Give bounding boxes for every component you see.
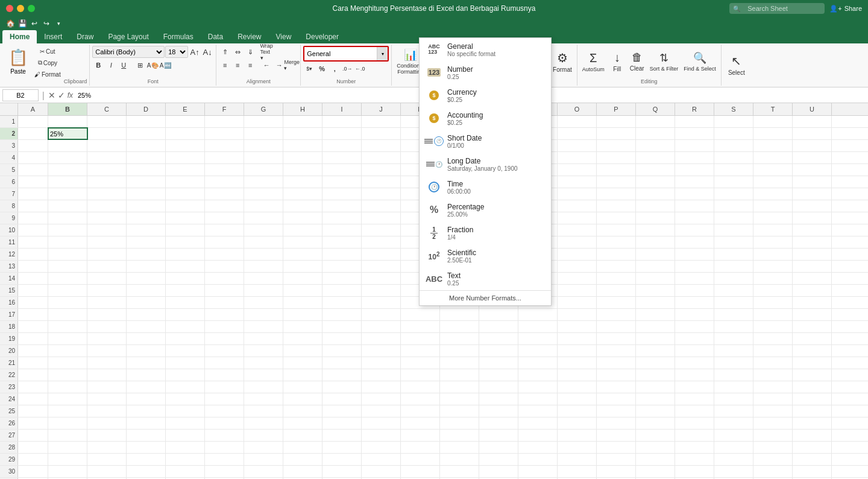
cell-E6[interactable] [166, 176, 205, 188]
cell-C3[interactable] [87, 140, 127, 151]
cell-F25[interactable] [205, 405, 244, 417]
cell-S11[interactable] [714, 236, 753, 248]
cell-S13[interactable] [714, 261, 753, 272]
cell-P13[interactable] [597, 261, 636, 272]
cell-J27[interactable] [362, 430, 401, 441]
cell-B20[interactable] [48, 345, 87, 357]
cell-Q8[interactable] [636, 200, 675, 212]
row-number-6[interactable]: 6 [0, 176, 18, 188]
cell-Q28[interactable] [636, 442, 675, 453]
cell-U8[interactable] [793, 200, 832, 212]
cell-M27[interactable] [479, 430, 518, 441]
cell-S26[interactable] [714, 417, 753, 429]
cell-T26[interactable] [753, 417, 793, 429]
cell-D30[interactable] [127, 466, 166, 477]
cell-O18[interactable] [558, 321, 597, 332]
cell-F24[interactable] [205, 393, 244, 405]
row-number-21[interactable]: 21 [0, 357, 18, 369]
cell-D3[interactable] [127, 140, 166, 151]
select-button[interactable]: ↖ Select [726, 49, 747, 80]
increase-font-size-button[interactable]: A↑ [189, 46, 201, 58]
home-icon[interactable]: 🏠 [5, 18, 16, 29]
tab-developer[interactable]: Developer [298, 30, 346, 43]
cell-O5[interactable] [558, 164, 597, 176]
cell-B3[interactable] [48, 140, 87, 151]
cell-E30[interactable] [166, 466, 205, 477]
cell-M17[interactable] [479, 309, 518, 320]
cell-R1[interactable] [675, 116, 714, 127]
cell-P29[interactable] [597, 454, 636, 465]
cell-I10[interactable] [322, 224, 362, 236]
cell-E21[interactable] [166, 357, 205, 369]
row-number-24[interactable]: 24 [0, 393, 18, 405]
cell-R2[interactable] [675, 128, 714, 139]
cell-P10[interactable] [597, 224, 636, 236]
cell-I26[interactable] [322, 417, 362, 429]
cell-U27[interactable] [793, 430, 832, 441]
cell-D29[interactable] [127, 454, 166, 465]
cell-P19[interactable] [597, 333, 636, 344]
col-header-c[interactable]: C [87, 103, 127, 115]
cell-B4[interactable] [48, 152, 87, 163]
cell-L24[interactable] [440, 393, 479, 405]
cell-P25[interactable] [597, 405, 636, 417]
percent-style-button[interactable]: % [316, 63, 328, 75]
cell-S12[interactable] [714, 249, 753, 260]
cell-H18[interactable] [283, 321, 322, 332]
cell-H11[interactable] [283, 236, 322, 248]
cell-R25[interactable] [675, 405, 714, 417]
row-number-2[interactable]: 2 [0, 128, 18, 139]
cell-Q26[interactable] [636, 417, 675, 429]
cell-A28[interactable] [18, 442, 48, 453]
cell-T8[interactable] [753, 200, 793, 212]
cell-F26[interactable] [205, 417, 244, 429]
cell-L18[interactable] [440, 321, 479, 332]
cell-O1[interactable] [558, 116, 597, 127]
cell-T7[interactable] [753, 188, 793, 200]
cell-H1[interactable] [283, 116, 322, 127]
col-header-r[interactable]: R [675, 103, 714, 115]
cell-A20[interactable] [18, 345, 48, 357]
cell-J2[interactable] [362, 128, 401, 139]
indent-decrease-button[interactable]: ← [260, 59, 272, 71]
cell-R17[interactable] [675, 309, 714, 320]
cell-N24[interactable] [518, 393, 558, 405]
cell-E17[interactable] [166, 309, 205, 320]
indent-increase-button[interactable]: → [273, 59, 285, 71]
cell-N22[interactable] [518, 369, 558, 381]
cell-O26[interactable] [558, 417, 597, 429]
cell-K28[interactable] [401, 442, 440, 453]
cell-J10[interactable] [362, 224, 401, 236]
cell-F9[interactable] [205, 212, 244, 224]
format-short-date[interactable]: 🕐 Short Date 0/1/00 [420, 130, 551, 153]
col-header-t[interactable]: T [753, 103, 793, 115]
cell-E8[interactable] [166, 200, 205, 212]
cell-Q18[interactable] [636, 321, 675, 332]
cell-O3[interactable] [558, 140, 597, 151]
cancel-formula-icon[interactable]: ✕ [48, 90, 55, 100]
cell-B15[interactable] [48, 285, 87, 296]
cell-C2[interactable] [87, 128, 127, 139]
cell-B6[interactable] [48, 176, 87, 188]
cell-A29[interactable] [18, 454, 48, 465]
cell-T30[interactable] [753, 466, 793, 477]
cell-F12[interactable] [205, 249, 244, 260]
cell-G14[interactable] [244, 273, 283, 284]
cell-R13[interactable] [675, 261, 714, 272]
cell-U3[interactable] [793, 140, 832, 151]
cell-K21[interactable] [401, 357, 440, 369]
format-general[interactable]: ABC123 General No specific format [420, 38, 551, 61]
cell-D15[interactable] [127, 285, 166, 296]
cell-I17[interactable] [322, 309, 362, 320]
cell-I21[interactable] [322, 357, 362, 369]
cell-M20[interactable] [479, 345, 518, 357]
format-scientific[interactable]: 102 Scientific 2.50E-01 [420, 244, 551, 267]
cell-I22[interactable] [322, 369, 362, 381]
cell-Q9[interactable] [636, 212, 675, 224]
cell-C27[interactable] [87, 430, 127, 441]
cell-B22[interactable] [48, 369, 87, 381]
cell-F10[interactable] [205, 224, 244, 236]
cell-L23[interactable] [440, 381, 479, 393]
cell-G25[interactable] [244, 405, 283, 417]
cell-T3[interactable] [753, 140, 793, 151]
